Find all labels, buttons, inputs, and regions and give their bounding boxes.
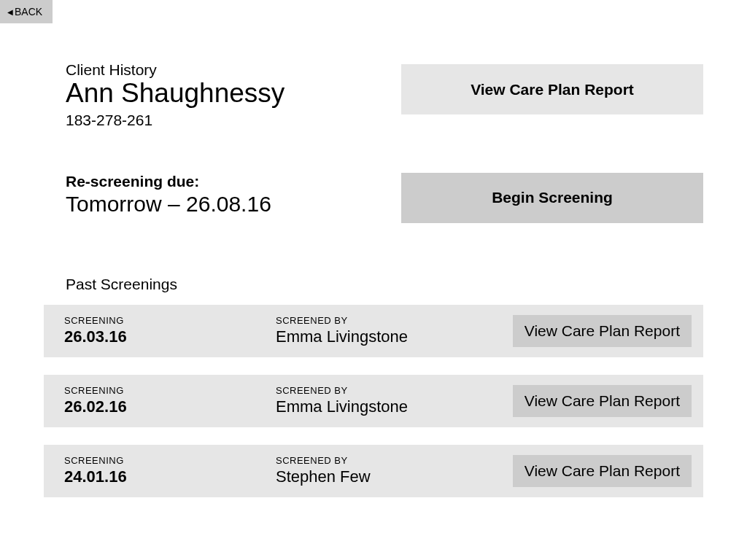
view-care-plan-button[interactable]: View Care Plan Report	[401, 64, 703, 114]
past-screenings-list: SCREENING 26.03.16 SCREENED BY Emma Livi…	[44, 305, 703, 497]
client-info: Client History Ann Shaughnessy 183-278-2…	[66, 61, 285, 129]
screened-by-label: SCREENED BY	[276, 315, 513, 326]
screened-by-value: Stephen Few	[276, 467, 513, 486]
view-report-button[interactable]: View Care Plan Report	[513, 455, 692, 487]
screened-by-label: SCREENED BY	[276, 385, 513, 396]
screening-date-value: 24.01.16	[64, 467, 276, 486]
rescreening-info: Re-screening due: Tomorrow – 26.08.16	[66, 173, 271, 217]
screened-by-col: SCREENED BY Emma Livingstone	[276, 315, 513, 346]
rescreening-date: Tomorrow – 26.08.16	[66, 192, 271, 217]
screening-row: SCREENING 26.03.16 SCREENED BY Emma Livi…	[44, 305, 703, 357]
view-report-button[interactable]: View Care Plan Report	[513, 385, 692, 417]
rescreening-section: Re-screening due: Tomorrow – 26.08.16 Be…	[66, 173, 703, 223]
back-label: BACK	[15, 6, 42, 18]
client-id: 183-278-261	[66, 112, 285, 129]
past-screenings-label: Past Screenings	[66, 276, 703, 293]
view-report-button[interactable]: View Care Plan Report	[513, 315, 692, 347]
screened-by-value: Emma Livingstone	[276, 327, 513, 346]
back-arrow-icon: ◀	[7, 8, 13, 16]
screening-date-value: 26.02.16	[64, 397, 276, 416]
screening-date-label: SCREENING	[64, 455, 276, 466]
screened-by-label: SCREENED BY	[276, 455, 513, 466]
screening-date-label: SCREENING	[64, 315, 276, 326]
screening-date-value: 26.03.16	[64, 327, 276, 346]
screening-row: SCREENING 26.02.16 SCREENED BY Emma Livi…	[44, 375, 703, 427]
begin-screening-button[interactable]: Begin Screening	[401, 173, 703, 223]
main-content: Client History Ann Shaughnessy 183-278-2…	[0, 23, 747, 497]
rescreening-label: Re-screening due:	[66, 173, 271, 190]
screening-date-col: SCREENING 24.01.16	[64, 455, 276, 486]
client-name: Ann Shaughnessy	[66, 79, 285, 109]
screening-date-col: SCREENING 26.02.16	[64, 385, 276, 416]
screened-by-value: Emma Livingstone	[276, 397, 513, 416]
top-section: Client History Ann Shaughnessy 183-278-2…	[66, 61, 703, 129]
screening-row: SCREENING 24.01.16 SCREENED BY Stephen F…	[44, 445, 703, 497]
back-button[interactable]: ◀ BACK	[0, 0, 53, 23]
client-history-label: Client History	[66, 61, 285, 79]
screened-by-col: SCREENED BY Stephen Few	[276, 455, 513, 486]
screening-date-label: SCREENING	[64, 385, 276, 396]
screening-date-col: SCREENING 26.03.16	[64, 315, 276, 346]
screened-by-col: SCREENED BY Emma Livingstone	[276, 385, 513, 416]
